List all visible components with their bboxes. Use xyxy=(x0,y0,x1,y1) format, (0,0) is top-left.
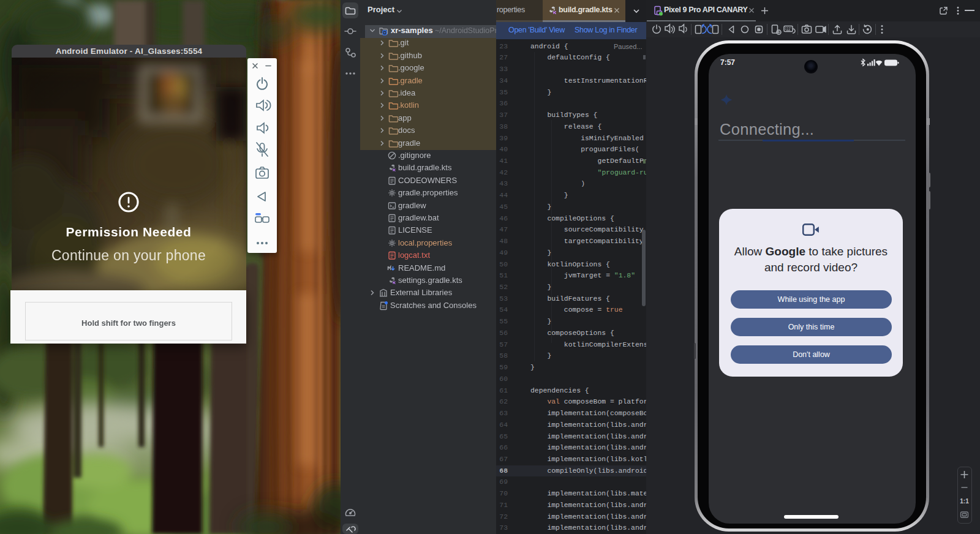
svg-text:1:1: 1:1 xyxy=(960,498,969,505)
